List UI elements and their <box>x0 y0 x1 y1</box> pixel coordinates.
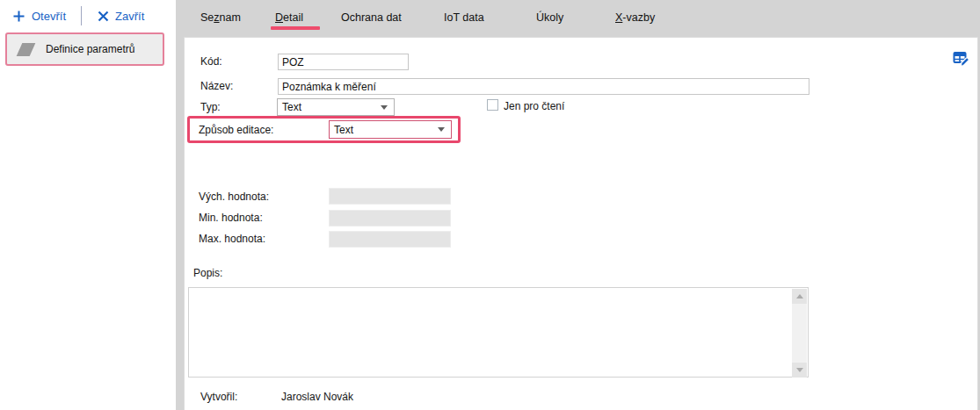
main-area: Seznam Detail Ochrana dat IoT data Úkoly… <box>176 0 980 410</box>
popis-scrollbar[interactable] <box>792 289 807 378</box>
vytvoril-value: Jaroslav Novák <box>281 391 353 403</box>
parallelogram-icon <box>17 43 36 56</box>
scroll-down-button[interactable] <box>792 363 807 378</box>
tab-ukoly[interactable]: Úkoly <box>536 11 563 24</box>
chevron-down-icon <box>438 127 445 132</box>
zpusob-editace-dropdown-value: Text <box>330 124 438 136</box>
vych-hodnota-field-disabled <box>329 188 451 205</box>
sidebar-item-label: Definice parametrů <box>46 43 134 55</box>
min-hodnota-field-disabled <box>329 210 451 227</box>
triangle-up-icon <box>796 294 803 299</box>
kod-label: Kód: <box>200 55 222 68</box>
toolbar-divider <box>81 6 82 25</box>
triangle-down-icon <box>796 368 803 372</box>
x-icon <box>98 11 109 22</box>
tab-ochrana-dat[interactable]: Ochrana dat <box>341 11 402 24</box>
close-button[interactable]: Zavřít <box>98 10 144 23</box>
vych-hodnota-label: Vých. hodnota: <box>199 191 269 203</box>
max-hodnota-label: Max. hodnota: <box>199 233 265 245</box>
close-button-label: Zavřít <box>115 10 144 23</box>
tab-detail[interactable]: Detail <box>275 11 303 24</box>
open-button-label: Otevřít <box>32 10 66 23</box>
tab-x-vazby[interactable]: X-vazby <box>615 11 655 24</box>
popis-textarea[interactable] <box>188 287 809 378</box>
max-hodnota-field-disabled <box>329 231 451 248</box>
tab-iot-data[interactable]: IoT data <box>444 11 484 24</box>
tabbar: Seznam Detail Ochrana dat IoT data Úkoly… <box>176 0 980 37</box>
nazev-label: Název: <box>200 80 233 92</box>
scroll-up-button[interactable] <box>792 289 807 304</box>
typ-dropdown[interactable]: Text <box>277 98 395 116</box>
active-tab-indicator <box>271 26 320 30</box>
vytvoril-label: Vytvořil: <box>200 391 237 403</box>
popis-label: Popis: <box>193 267 222 279</box>
min-hodnota-label: Min. hodnota: <box>199 212 263 224</box>
plus-icon <box>12 10 25 23</box>
app-window: Otevřít Zavřít Definice parametrů Seznam… <box>0 0 980 410</box>
sidebar-item-definice-parametru[interactable]: Definice parametrů <box>5 32 164 66</box>
jen-pro-cteni-label: Jen pro čtení <box>504 100 564 112</box>
typ-label: Typ: <box>200 101 221 113</box>
kod-input[interactable] <box>278 54 409 70</box>
edit-table-icon[interactable] <box>953 50 970 68</box>
typ-dropdown-value: Text <box>278 101 381 113</box>
jen-pro-cteni-checkbox[interactable] <box>487 99 498 111</box>
tab-seznam[interactable]: Seznam <box>200 11 241 24</box>
nazev-input[interactable] <box>278 78 809 95</box>
zpusob-editace-label: Způsob editace: <box>199 124 273 136</box>
detail-panel: Kód: Název: Typ: Text Jen pro čtení Způs… <box>184 37 978 410</box>
sidebar: Otevřít Zavřít Definice parametrů <box>0 0 176 410</box>
chevron-down-icon <box>381 105 388 110</box>
open-button[interactable]: Otevřít <box>12 10 66 23</box>
sidebar-toolbar: Otevřít Zavřít <box>0 0 176 32</box>
zpusob-editace-dropdown[interactable]: Text <box>329 120 452 139</box>
